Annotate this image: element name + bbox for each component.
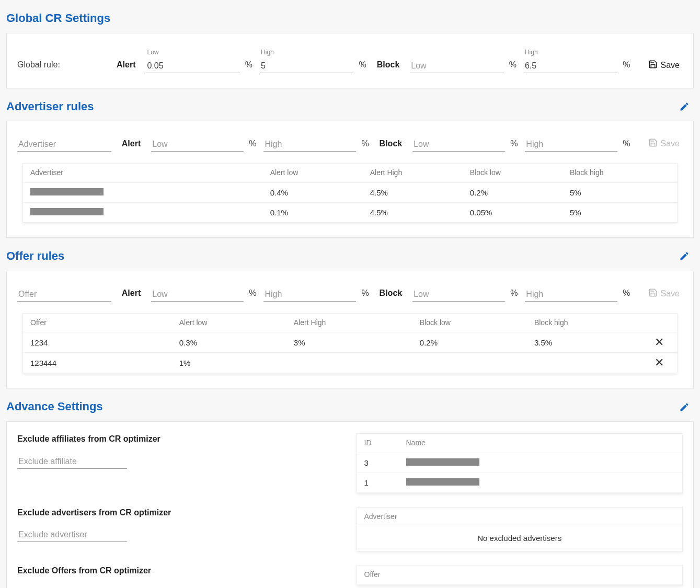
save-label: Save (661, 289, 680, 298)
percent-sign: % (623, 138, 630, 152)
exclude-affiliates-title: Exclude affiliates from CR optimizer (17, 433, 344, 445)
table-row: 123444 1% ✕ (23, 353, 677, 373)
delete-row-icon[interactable]: ✕ (649, 337, 670, 348)
global-alert-low-input[interactable] (146, 59, 239, 73)
col-name: Name (406, 438, 675, 448)
block-label: Block (380, 287, 403, 301)
exclude-offers-title: Exclude Offers from CR optimizer (17, 565, 344, 577)
advertiser-table: Advertiser Alert low Alert High Block lo… (22, 163, 678, 223)
global-panel: Global rule: Alert Low % High % Block % (6, 33, 694, 88)
exclude-affiliate-input[interactable] (17, 455, 127, 469)
low-label: Low (146, 48, 239, 57)
redacted-name (406, 478, 479, 486)
alert-label: Alert (117, 59, 135, 73)
advertiser-panel: Alert % % Block % % Save Advertiser Aler… (6, 121, 694, 238)
empty-state: No excluded advertisers (357, 526, 683, 551)
advertiser-block-low-input[interactable] (412, 137, 505, 152)
percent-sign: % (361, 138, 369, 152)
col-block-high: Block high (534, 318, 649, 328)
global-block-low-input[interactable] (410, 59, 503, 73)
global-save-button[interactable]: Save (645, 57, 683, 73)
table-row: 3 (357, 453, 683, 473)
table-row: 1 (357, 473, 683, 493)
percent-sign: % (359, 59, 366, 73)
percent-sign: % (510, 138, 518, 152)
redacted-name (30, 208, 104, 215)
exclude-advertiser-input[interactable] (17, 528, 127, 542)
alert-label: Alert (122, 138, 141, 152)
percent-sign: % (623, 59, 630, 73)
high-label: High (260, 48, 353, 57)
col-alert-high: Alert High (294, 318, 420, 328)
percent-sign: % (509, 59, 517, 73)
section-title-offer: Offer rules (6, 248, 64, 264)
table-row: 1234 0.3% 3% 0.2% 3.5% ✕ (23, 332, 677, 353)
col-advertiser: Advertiser (30, 168, 270, 178)
advertiser-alert-low-input[interactable] (151, 137, 244, 152)
col-id: ID (364, 438, 406, 448)
edit-icon[interactable] (679, 402, 694, 412)
percent-sign: % (249, 138, 256, 152)
percent-sign: % (249, 287, 256, 301)
table-row: 0.1% 4.5% 0.05% 5% (23, 203, 677, 222)
affiliates-table: ID Name 3 1 (357, 433, 683, 493)
block-label: Block (380, 138, 403, 152)
offer-alert-high-input[interactable] (263, 287, 356, 302)
section-title-advertiser: Advertiser rules (6, 99, 94, 115)
cell-block-high: 5% (570, 187, 670, 198)
exclude-advertisers-title: Exclude advertisers from CR optimizer (17, 507, 344, 518)
col-block-high: Block high (570, 168, 670, 178)
cell-alert-low: 1% (179, 358, 294, 368)
cell-alert-low: 0.4% (270, 187, 370, 198)
percent-sign: % (623, 287, 630, 301)
col-alert-low: Alert low (179, 318, 294, 328)
table-row: 0.4% 4.5% 0.2% 5% (23, 183, 677, 203)
section-title-global: Global CR Settings (6, 10, 110, 27)
advance-panel: Exclude affiliates from CR optimizer ID … (6, 421, 694, 588)
alert-label: Alert (122, 287, 141, 301)
cell-alert-high: 3% (294, 337, 420, 348)
cell-id: 1 (364, 477, 406, 488)
advertiser-alert-high-input[interactable] (263, 137, 356, 152)
cell-alert-high: 4.5% (370, 187, 470, 198)
col-offer: Offer (30, 318, 179, 328)
global-alert-high-input[interactable] (260, 59, 353, 73)
cell-alert-high: 4.5% (370, 207, 470, 218)
col-advertiser: Advertiser (364, 512, 675, 522)
high-label: High (524, 48, 617, 57)
cell-offer: 123444 (30, 358, 179, 368)
percent-sign: % (361, 287, 369, 301)
offer-block-low-input[interactable] (412, 287, 505, 302)
advertiser-save-button[interactable]: Save (645, 136, 683, 152)
offer-block-high-input[interactable] (525, 287, 617, 302)
cell-block-high: 3.5% (534, 337, 649, 348)
cell-alert-low: 0.3% (179, 337, 294, 348)
redacted-name (406, 458, 479, 466)
save-icon (648, 60, 658, 71)
col-alert-high: Alert High (370, 168, 470, 178)
offer-entity-input[interactable] (17, 287, 111, 302)
advertisers-exclude-table: Advertiser No excluded advertisers (357, 507, 683, 552)
edit-icon[interactable] (679, 101, 694, 112)
col-block-low: Block low (470, 168, 570, 178)
offer-panel: Alert % % Block % % Save Offer Alert low… (6, 271, 694, 389)
offers-exclude-table: Offer (357, 565, 683, 585)
advertiser-entity-input[interactable] (17, 137, 111, 152)
col-block-low: Block low (420, 318, 534, 328)
redacted-name (30, 188, 104, 195)
cell-block-high: 5% (570, 207, 670, 218)
section-title-advance: Advance Settings (6, 399, 103, 415)
global-block-high-input[interactable] (524, 59, 617, 73)
offer-alert-low-input[interactable] (151, 287, 244, 302)
block-label: Block (377, 59, 400, 73)
save-label: Save (661, 139, 680, 148)
edit-icon[interactable] (679, 251, 694, 261)
cell-offer: 1234 (30, 337, 179, 348)
save-icon (648, 288, 658, 299)
cell-block-low: 0.2% (420, 337, 534, 348)
offer-save-button[interactable]: Save (645, 286, 683, 302)
col-offer: Offer (364, 570, 675, 580)
delete-row-icon[interactable]: ✕ (649, 357, 670, 368)
cell-id: 3 (364, 457, 406, 468)
advertiser-block-high-input[interactable] (525, 137, 617, 152)
